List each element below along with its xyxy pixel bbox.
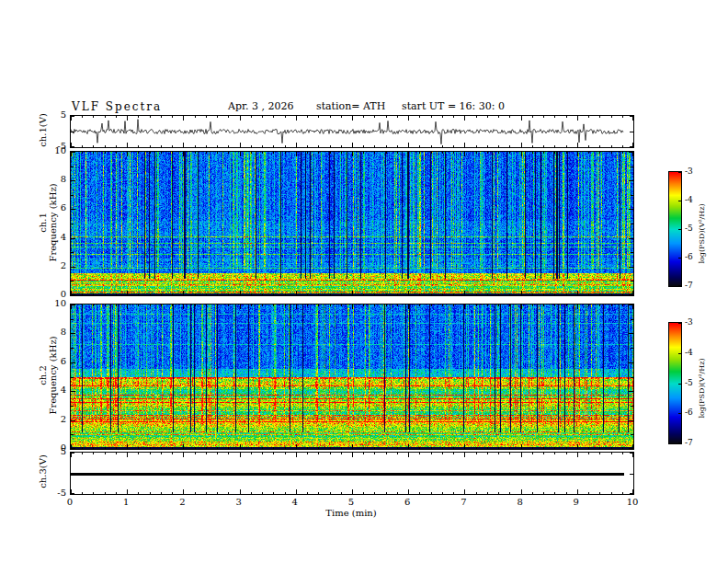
time-axis-label: Time (min) [70, 508, 632, 518]
ch2-spectrogram-panel [70, 304, 634, 450]
ch1-spectrogram-canvas [71, 152, 633, 295]
colorbar-ch2 [668, 322, 682, 444]
spec1-y-tick-label: 6 [46, 202, 66, 213]
ch2-spectrogram-canvas [71, 304, 633, 449]
x-tick-label: 10 [624, 497, 641, 508]
x-tick-label: 5 [343, 497, 359, 508]
spec2-y-tick-label: 8 [46, 327, 66, 338]
ch1-waveform-canvas [71, 116, 633, 147]
vlf-spectra-figure: VLF Spectra Apr. 3 , 2026 station= ATH s… [0, 0, 728, 563]
colorbar-ch1 [668, 171, 682, 287]
x-tick-label: 3 [231, 497, 247, 508]
x-tick-label: 9 [568, 497, 585, 508]
wave3-y-tick-label: -5 [46, 488, 66, 499]
start-ut-label: start UT = 16: 30: 0 [402, 100, 505, 112]
spec2-y-tick-label: 4 [46, 385, 66, 396]
station-label: station= ATH [316, 100, 385, 112]
colorbar-ch2-tick-label: -6 [685, 407, 705, 418]
colorbar-ch1-tick-label: -5 [685, 223, 705, 234]
spec1-y-tick-label: 10 [46, 145, 66, 156]
spec2-y-tick-label: 10 [46, 298, 66, 309]
ch1-spectrogram-panel [70, 151, 634, 296]
x-tick-label: 7 [455, 497, 472, 508]
wave1-y-tick-label: 5 [46, 109, 66, 121]
ch1-waveform-panel [70, 115, 634, 148]
colorbar-ch2-tick-label: -3 [685, 316, 705, 327]
spec1-y-tick-label: 8 [46, 174, 66, 185]
colorbar-ch1-tick-label: -3 [685, 166, 705, 177]
ch3-voltage-axis-text: ch.3(V) [38, 454, 48, 488]
ch3-waveform-panel [70, 452, 634, 495]
x-tick-label: 8 [512, 497, 529, 508]
ch3-voltage-axis-label: ch.3(V) [38, 426, 48, 518]
spec1-y-tick-label: 2 [46, 260, 66, 271]
spec2-y-tick-label: 6 [46, 356, 66, 367]
colorbar-ch1-tick-label: -6 [685, 251, 705, 262]
spec1-y-tick-label: 4 [46, 232, 66, 243]
colorbar-ch1-tick-label: -7 [685, 280, 705, 291]
colorbar-ch2-canvas [669, 323, 681, 443]
colorbar-ch2-tick-label: -7 [685, 437, 705, 448]
colorbar-ch1-canvas [669, 172, 681, 286]
page-title: VLF Spectra [72, 100, 162, 113]
ch3-waveform-canvas [71, 453, 633, 494]
x-tick-label: 1 [118, 497, 134, 508]
x-tick-label: 4 [287, 497, 303, 508]
colorbar-ch2-tick-label: -5 [685, 377, 705, 388]
spec2-y-tick-label: 0 [46, 442, 66, 454]
x-tick-label: 2 [174, 497, 190, 508]
date-label: Apr. 3 , 2026 [228, 100, 294, 112]
x-tick-label: 6 [399, 497, 415, 508]
spec2-y-tick-label: 2 [46, 414, 66, 425]
colorbar-ch2-tick-label: -4 [685, 347, 705, 358]
colorbar-ch1-tick-label: -4 [685, 194, 705, 205]
